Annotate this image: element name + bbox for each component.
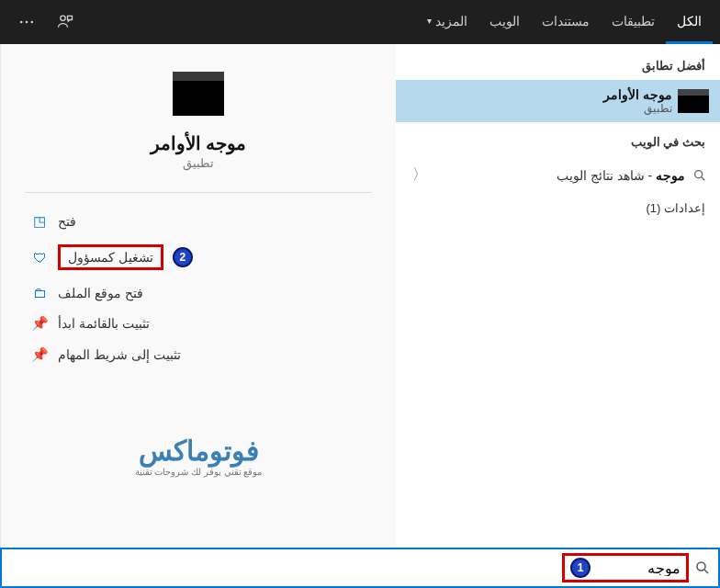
best-match-label: أفضل تطابق	[396, 55, 720, 80]
tab-documents[interactable]: مستندات	[531, 0, 601, 44]
folder-icon: 🗀	[30, 285, 49, 300]
tab-web[interactable]: الويب	[478, 0, 531, 44]
svg-point-4	[695, 170, 703, 177]
svg-point-3	[31, 21, 34, 24]
open-icon: ◳	[30, 213, 49, 230]
pin-icon: 📌	[30, 315, 49, 332]
settings-section[interactable]: إعدادات (1)	[396, 194, 720, 222]
cmd-icon	[678, 89, 709, 113]
action-open-label: فتح	[58, 214, 76, 229]
action-pin-start-label: تثبيت بالقائمة ابدأ	[58, 316, 150, 331]
tab-more-label: المزيد	[435, 14, 467, 28]
details-panel: موجه الأوامر تطبيق ◳ فتح 🛡 تشغيل كمسؤول …	[0, 44, 396, 548]
search-bar[interactable]: 1	[0, 548, 720, 588]
svg-point-6	[697, 562, 705, 571]
action-open-location[interactable]: 🗀 فتح موقع الملف	[27, 277, 370, 308]
web-result-text: موجه - شاهد نتائج الويب	[557, 168, 685, 183]
action-run-as-admin[interactable]: 🛡 تشغيل كمسؤول 2	[27, 237, 370, 277]
result-sub: تطبيق	[407, 102, 672, 115]
web-search-result[interactable]: موجه - شاهد نتائج الويب 〈	[396, 156, 720, 194]
app-tile-icon	[173, 72, 224, 116]
tab-apps[interactable]: تطبيقات	[601, 0, 666, 44]
watermark-sub: موقع تقني يوفر لك شروحات تقنية	[135, 467, 263, 477]
feedback-icon[interactable]	[46, 0, 84, 44]
web-search-label: بحث في الويب	[396, 131, 720, 156]
chevron-left-icon: 〈	[409, 165, 427, 185]
tab-documents-label: مستندات	[542, 14, 590, 28]
app-type: تطبيق	[183, 156, 214, 170]
search-input[interactable]	[598, 560, 681, 576]
action-open-location-label: فتح موقع الملف	[58, 286, 143, 300]
svg-point-2	[26, 21, 28, 24]
svg-line-5	[702, 177, 704, 180]
action-pin-taskbar-label: تثبيت إلى شريط المهام	[58, 347, 181, 362]
annotation-badge-2: 2	[173, 247, 193, 267]
action-open[interactable]: ◳ فتح	[27, 206, 370, 237]
actions-list: ◳ فتح 🛡 تشغيل كمسؤول 2 🗀 فتح موقع الملف …	[1, 206, 396, 370]
search-icon	[694, 560, 711, 576]
svg-point-1	[20, 21, 23, 24]
tab-all-label: الكل	[677, 14, 702, 28]
search-highlight: 1	[562, 553, 689, 582]
pin-icon: 📌	[30, 346, 49, 363]
watermark: فوتوماكس موقع تقني يوفر لك شروحات تقنية	[135, 435, 263, 477]
result-command-prompt[interactable]: موجه الأوامر تطبيق	[396, 80, 720, 122]
top-nav-bar: الكل تطبيقات مستندات الويب المزيد▾	[0, 0, 720, 44]
svg-point-0	[61, 16, 65, 20]
svg-line-7	[704, 570, 708, 573]
results-panel: أفضل تطابق موجه الأوامر تطبيق بحث في الو…	[396, 44, 720, 548]
action-pin-start[interactable]: 📌 تثبيت بالقائمة ابدأ	[27, 308, 370, 339]
tab-more[interactable]: المزيد▾	[416, 0, 478, 44]
admin-icon: 🛡	[30, 250, 49, 266]
divider	[25, 192, 372, 193]
app-title: موجه الأوامر	[151, 132, 247, 154]
tab-all[interactable]: الكل	[666, 0, 713, 44]
annotation-badge-1: 1	[570, 558, 591, 578]
action-run-admin-label: تشغيل كمسؤول	[58, 244, 163, 270]
options-icon[interactable]	[7, 0, 46, 44]
action-pin-taskbar[interactable]: 📌 تثبيت إلى شريط المهام	[27, 339, 370, 370]
tab-apps-label: تطبيقات	[612, 14, 655, 28]
tab-web-label: الويب	[489, 14, 520, 28]
chevron-down-icon: ▾	[427, 16, 432, 26]
search-icon	[692, 168, 707, 183]
result-title: موجه الأوامر	[407, 87, 672, 102]
watermark-title: فوتوماكس	[135, 435, 263, 467]
